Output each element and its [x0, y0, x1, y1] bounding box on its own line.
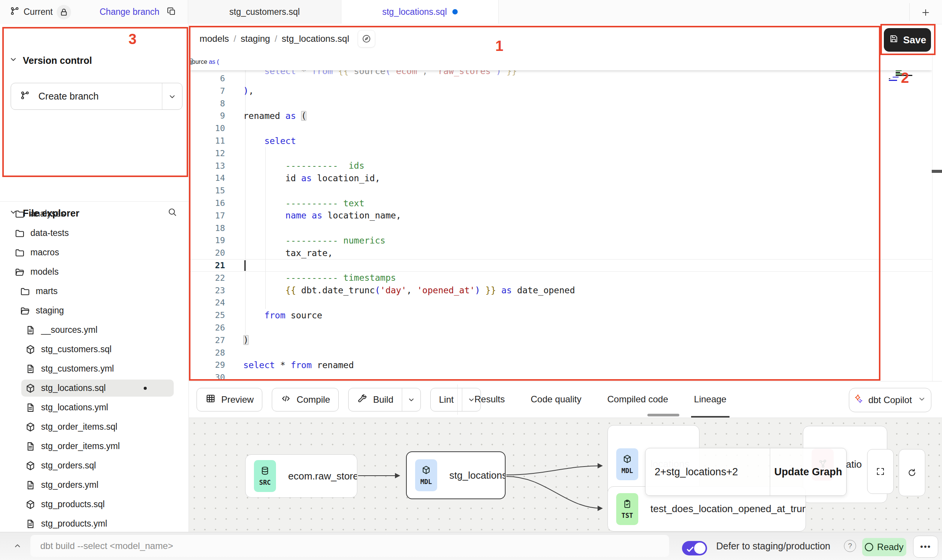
wrench-icon: [357, 393, 368, 406]
code-line-21: 21: [189, 259, 932, 272]
fullscreen-button[interactable]: [867, 449, 894, 494]
lineage-panel[interactable]: SRCecom.raw_storesMDLstg_locationsMDLloc…: [189, 418, 942, 532]
tab-lineage[interactable]: Lineage: [691, 381, 729, 418]
text-cursor: [244, 260, 246, 271]
build-button[interactable]: Build: [348, 388, 420, 411]
more-options-button[interactable]: •••: [913, 536, 938, 558]
lineage-selector-input[interactable]: 2+stg_locations+2: [645, 448, 770, 495]
update-graph-button[interactable]: Update Graph: [770, 448, 846, 495]
lineage-node-src-node[interactable]: SRCecom.raw_stores: [245, 454, 357, 498]
sticky-code-line: 3source as (: [189, 53, 932, 70]
sidebar-item-stg_orders.sql[interactable]: stg_orders.sql: [0, 456, 189, 475]
create-branch-dropdown[interactable]: [162, 83, 182, 109]
panel-resize-handle[interactable]: [932, 170, 942, 173]
sidebar-item-stg_customers.sql[interactable]: stg_customers.sql: [0, 340, 189, 359]
cube-icon: [25, 344, 36, 355]
sidebar-item-stg_locations.yml[interactable]: stg_locations.yml: [0, 398, 189, 417]
command-input[interactable]: dbt build --select <model_name>: [30, 535, 669, 557]
sidebar-item-staging[interactable]: staging: [0, 301, 189, 320]
compile-button[interactable]: Compile: [272, 388, 339, 411]
file-label: stg_order_items.sql: [41, 422, 117, 432]
scrollbar-thumb[interactable]: [647, 414, 679, 416]
sidebar-item-analyses[interactable]: analyses: [0, 204, 189, 223]
editor-actions: PreviewCompileBuildLint: [197, 388, 481, 411]
sidebar-item-stg_products.sql[interactable]: stg_products.sql: [0, 495, 189, 514]
file-label: models: [30, 267, 59, 277]
breadcrumb-segment[interactable]: stg_locations.sql: [282, 33, 349, 44]
sidebar-item-stg_locations.sql[interactable]: stg_locations.sql: [0, 378, 189, 398]
doc-icon: [25, 325, 36, 335]
code-line-23: 23 {{ dbt.date_trunc('day', 'opened_at')…: [189, 284, 932, 297]
tab-code-quality[interactable]: Code quality: [528, 381, 584, 418]
defer-label: Defer to staging/production: [716, 536, 830, 556]
preview-button[interactable]: Preview: [197, 388, 262, 411]
defer-toggle[interactable]: [682, 541, 707, 555]
cube-icon: [25, 499, 36, 510]
file-label: staging: [36, 305, 64, 316]
chevron-up-icon[interactable]: [10, 538, 25, 553]
breadcrumb-separator: /: [233, 33, 236, 44]
code-editor[interactable]: select * from {{ source('ecom', 'raw_sto…: [189, 53, 932, 381]
code-line-13: 13 ---------- ids: [189, 160, 932, 172]
sidebar-item-macros[interactable]: macros: [0, 243, 189, 262]
clipboard-icon: [622, 499, 632, 510]
tab-stg_customers.sql[interactable]: stg_customers.sql: [188, 0, 341, 24]
folder-open-icon: [20, 305, 30, 316]
sidebar-item-stg_order_items.sql[interactable]: stg_order_items.sql: [0, 417, 189, 437]
database-icon: [260, 466, 270, 477]
copy-icon[interactable]: [167, 6, 176, 18]
file-label: analyses: [30, 209, 65, 219]
code-line-26: 26: [189, 321, 932, 334]
breadcrumb-segment[interactable]: models: [200, 33, 229, 44]
sidebar-item-stg_customers.yml[interactable]: stg_customers.yml: [0, 359, 189, 378]
sidebar-item-__sources.yml[interactable]: __sources.yml: [0, 320, 189, 340]
create-branch-button[interactable]: Create branch: [11, 83, 182, 110]
lineage-node-mdl-node[interactable]: MDLstg_locations: [406, 451, 506, 499]
dbt-copilot-logo-icon: [853, 394, 863, 406]
doc-icon: [25, 364, 36, 374]
tab-stg_locations.sql[interactable]: stg_locations.sql: [341, 0, 499, 24]
code-line-28: 28: [189, 346, 932, 359]
chevron-down-icon: [8, 54, 18, 66]
sidebar-item-stg_products.yml[interactable]: stg_products.yml: [0, 514, 189, 533]
version-control-header[interactable]: Version control: [8, 54, 92, 66]
build-dropdown[interactable]: [402, 388, 420, 411]
save-button[interactable]: Save: [884, 28, 931, 52]
tab-compiled-code[interactable]: Compiled code: [604, 381, 671, 418]
sidebar-item-data-tests[interactable]: data-tests: [0, 223, 189, 243]
sidebar-item-stg_order_items.yml[interactable]: stg_order_items.yml: [0, 437, 189, 456]
cube-icon: [25, 422, 36, 432]
file-label: stg_orders.sql: [41, 460, 96, 471]
new-tab-button[interactable]: [920, 7, 931, 18]
sidebar-item-marts[interactable]: marts: [0, 282, 189, 301]
code-line-17: 17 name as location_name,: [189, 209, 932, 222]
file-label: stg_order_items.yml: [41, 441, 120, 451]
help-icon[interactable]: ?: [844, 540, 856, 552]
breadcrumb-segment[interactable]: staging: [241, 33, 270, 44]
change-branch-link[interactable]: Change branch: [100, 0, 159, 24]
check-icon: [685, 544, 695, 556]
code-line-29: 29select * from renamed: [189, 359, 932, 371]
tab-label: stg_customers.sql: [229, 7, 300, 17]
badge-label: SRC: [259, 479, 271, 486]
toolbar-divider: [457, 384, 458, 415]
tabbar-divider: [909, 3, 910, 21]
file-label: stg_locations.sql: [41, 383, 106, 393]
refresh-button[interactable]: [899, 449, 925, 496]
folder-icon: [14, 228, 25, 239]
doc-icon: [25, 519, 36, 529]
doc-icon: [25, 441, 36, 452]
tab-results[interactable]: Results: [471, 381, 508, 418]
code-line-9: 9renamed as (: [189, 109, 932, 122]
dbt-copilot-button[interactable]: dbt Copilot: [849, 388, 931, 412]
current-branch[interactable]: Current: [10, 0, 71, 24]
folder-icon: [20, 286, 30, 297]
sidebar-item-stg_orders.yml[interactable]: stg_orders.yml: [0, 475, 189, 495]
code-line-20: 20 tax_rate,: [189, 247, 932, 259]
node-label: stg_locations: [449, 470, 505, 481]
sidebar-item-models[interactable]: models: [0, 262, 189, 282]
file-label: __sources.yml: [41, 325, 97, 335]
cube-badge: MDL: [415, 459, 437, 491]
code-line-6: 6: [189, 72, 932, 85]
copilot-icon[interactable]: [358, 30, 375, 47]
